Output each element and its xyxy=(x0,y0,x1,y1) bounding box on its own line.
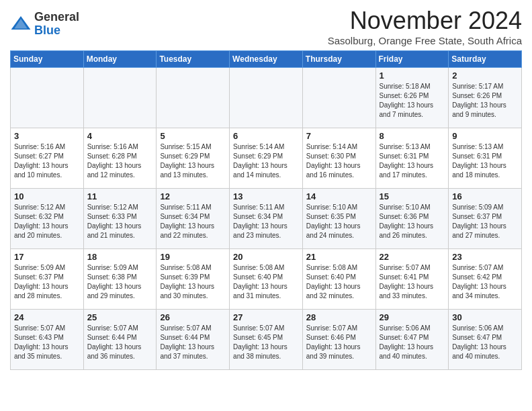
day-info: Sunrise: 5:10 AM Sunset: 6:35 PM Dayligh… xyxy=(306,203,372,240)
calendar-cell xyxy=(302,68,375,128)
day-info: Sunrise: 5:09 AM Sunset: 6:37 PM Dayligh… xyxy=(14,263,80,301)
day-info: Sunrise: 5:07 AM Sunset: 6:46 PM Dayligh… xyxy=(306,324,372,361)
calendar-cell: 18Sunrise: 5:09 AM Sunset: 6:38 PM Dayli… xyxy=(83,249,157,310)
calendar-cell: 15Sunrise: 5:10 AM Sunset: 6:36 PM Dayli… xyxy=(375,189,449,249)
day-info: Sunrise: 5:11 AM Sunset: 6:34 PM Dayligh… xyxy=(160,203,226,240)
day-info: Sunrise: 5:07 AM Sunset: 6:45 PM Dayligh… xyxy=(233,324,299,361)
month-title: November 2024 xyxy=(328,7,522,35)
day-number: 21 xyxy=(306,252,372,262)
day-info: Sunrise: 5:18 AM Sunset: 6:26 PM Dayligh… xyxy=(380,82,445,120)
day-info: Sunrise: 5:06 AM Sunset: 6:47 PM Dayligh… xyxy=(452,324,518,361)
day-info: Sunrise: 5:08 AM Sunset: 6:40 PM Dayligh… xyxy=(306,263,372,301)
day-info: Sunrise: 5:07 AM Sunset: 6:44 PM Dayligh… xyxy=(160,324,226,361)
page: General Blue November 2024 Sasolburg, Or… xyxy=(0,0,532,377)
calendar-cell: 13Sunrise: 5:11 AM Sunset: 6:34 PM Dayli… xyxy=(230,189,303,249)
calendar-cell xyxy=(83,68,157,128)
day-number: 16 xyxy=(452,191,518,201)
calendar-cell: 22Sunrise: 5:07 AM Sunset: 6:41 PM Dayli… xyxy=(375,249,449,310)
calendar-cell: 28Sunrise: 5:07 AM Sunset: 6:46 PM Dayli… xyxy=(302,310,375,370)
title-block: November 2024 Sasolburg, Orange Free Sta… xyxy=(328,7,522,46)
calendar-cell xyxy=(11,68,84,128)
day-info: Sunrise: 5:08 AM Sunset: 6:40 PM Dayligh… xyxy=(233,263,299,301)
calendar-cell: 5Sunrise: 5:15 AM Sunset: 6:29 PM Daylig… xyxy=(157,128,230,189)
calendar-cell: 11Sunrise: 5:12 AM Sunset: 6:33 PM Dayli… xyxy=(83,189,157,249)
day-number: 15 xyxy=(380,191,445,201)
calendar-week-row: 24Sunrise: 5:07 AM Sunset: 6:43 PM Dayli… xyxy=(11,310,522,370)
day-number: 19 xyxy=(160,252,226,262)
calendar-cell: 14Sunrise: 5:10 AM Sunset: 6:35 PM Dayli… xyxy=(302,189,375,249)
day-number: 14 xyxy=(306,191,372,201)
day-info: Sunrise: 5:13 AM Sunset: 6:31 PM Dayligh… xyxy=(380,142,445,180)
weekday-header: Thursday xyxy=(302,51,375,68)
day-number: 25 xyxy=(87,312,153,322)
day-number: 24 xyxy=(14,312,80,322)
calendar-cell: 26Sunrise: 5:07 AM Sunset: 6:44 PM Dayli… xyxy=(157,310,230,370)
day-info: Sunrise: 5:16 AM Sunset: 6:28 PM Dayligh… xyxy=(87,142,153,180)
calendar-cell: 9Sunrise: 5:13 AM Sunset: 6:31 PM Daylig… xyxy=(449,128,522,189)
day-info: Sunrise: 5:11 AM Sunset: 6:34 PM Dayligh… xyxy=(233,203,299,240)
day-info: Sunrise: 5:16 AM Sunset: 6:27 PM Dayligh… xyxy=(14,142,80,180)
calendar-cell xyxy=(230,68,303,128)
calendar-cell: 2Sunrise: 5:17 AM Sunset: 6:26 PM Daylig… xyxy=(449,68,522,128)
day-number: 10 xyxy=(14,191,80,201)
calendar-cell: 23Sunrise: 5:07 AM Sunset: 6:42 PM Dayli… xyxy=(449,249,522,310)
day-number: 3 xyxy=(14,131,80,141)
weekday-header: Wednesday xyxy=(230,51,303,68)
calendar-cell: 1Sunrise: 5:18 AM Sunset: 6:26 PM Daylig… xyxy=(375,68,449,128)
weekday-header: Sunday xyxy=(11,51,84,68)
day-info: Sunrise: 5:13 AM Sunset: 6:31 PM Dayligh… xyxy=(452,142,518,180)
calendar-cell: 27Sunrise: 5:07 AM Sunset: 6:45 PM Dayli… xyxy=(230,310,303,370)
weekday-header: Monday xyxy=(83,51,157,68)
calendar: SundayMondayTuesdayWednesdayThursdayFrid… xyxy=(10,50,522,370)
calendar-cell: 21Sunrise: 5:08 AM Sunset: 6:40 PM Dayli… xyxy=(302,249,375,310)
calendar-cell: 7Sunrise: 5:14 AM Sunset: 6:30 PM Daylig… xyxy=(302,128,375,189)
logo-icon xyxy=(10,13,32,35)
location-subtitle: Sasolburg, Orange Free State, South Afri… xyxy=(328,35,522,46)
day-info: Sunrise: 5:09 AM Sunset: 6:38 PM Dayligh… xyxy=(87,263,153,301)
day-number: 28 xyxy=(306,312,372,322)
day-number: 9 xyxy=(452,131,518,141)
calendar-week-row: 3Sunrise: 5:16 AM Sunset: 6:27 PM Daylig… xyxy=(11,128,522,189)
day-number: 5 xyxy=(160,131,226,141)
calendar-cell: 17Sunrise: 5:09 AM Sunset: 6:37 PM Dayli… xyxy=(11,249,84,310)
day-number: 22 xyxy=(380,252,445,262)
calendar-cell xyxy=(157,68,230,128)
day-number: 26 xyxy=(160,312,226,322)
day-number: 12 xyxy=(160,191,226,201)
day-info: Sunrise: 5:14 AM Sunset: 6:30 PM Dayligh… xyxy=(306,142,372,180)
logo-blue: Blue xyxy=(34,24,60,37)
weekday-header-row: SundayMondayTuesdayWednesdayThursdayFrid… xyxy=(11,51,522,68)
day-number: 18 xyxy=(87,252,153,262)
day-number: 2 xyxy=(452,71,518,81)
calendar-cell: 30Sunrise: 5:06 AM Sunset: 6:47 PM Dayli… xyxy=(449,310,522,370)
weekday-header: Friday xyxy=(375,51,449,68)
calendar-cell: 19Sunrise: 5:08 AM Sunset: 6:39 PM Dayli… xyxy=(157,249,230,310)
day-number: 17 xyxy=(14,252,80,262)
day-info: Sunrise: 5:12 AM Sunset: 6:33 PM Dayligh… xyxy=(87,203,153,240)
day-number: 1 xyxy=(380,71,445,81)
calendar-week-row: 1Sunrise: 5:18 AM Sunset: 6:26 PM Daylig… xyxy=(11,68,522,128)
calendar-cell: 6Sunrise: 5:14 AM Sunset: 6:29 PM Daylig… xyxy=(230,128,303,189)
day-number: 20 xyxy=(233,252,299,262)
day-number: 30 xyxy=(452,312,518,322)
calendar-cell: 29Sunrise: 5:06 AM Sunset: 6:47 PM Dayli… xyxy=(375,310,449,370)
day-number: 8 xyxy=(380,131,445,141)
calendar-cell: 10Sunrise: 5:12 AM Sunset: 6:32 PM Dayli… xyxy=(11,189,84,249)
header: General Blue November 2024 Sasolburg, Or… xyxy=(10,7,522,46)
calendar-cell: 8Sunrise: 5:13 AM Sunset: 6:31 PM Daylig… xyxy=(375,128,449,189)
day-number: 23 xyxy=(452,252,518,262)
day-number: 11 xyxy=(87,191,153,201)
logo: General Blue xyxy=(10,11,79,38)
day-info: Sunrise: 5:07 AM Sunset: 6:44 PM Dayligh… xyxy=(87,324,153,361)
calendar-cell: 24Sunrise: 5:07 AM Sunset: 6:43 PM Dayli… xyxy=(11,310,84,370)
calendar-cell: 25Sunrise: 5:07 AM Sunset: 6:44 PM Dayli… xyxy=(83,310,157,370)
weekday-header: Saturday xyxy=(449,51,522,68)
weekday-header: Tuesday xyxy=(157,51,230,68)
calendar-cell: 16Sunrise: 5:09 AM Sunset: 6:37 PM Dayli… xyxy=(449,189,522,249)
day-number: 13 xyxy=(233,191,299,201)
calendar-cell: 4Sunrise: 5:16 AM Sunset: 6:28 PM Daylig… xyxy=(83,128,157,189)
logo-text: General Blue xyxy=(34,11,79,38)
day-info: Sunrise: 5:10 AM Sunset: 6:36 PM Dayligh… xyxy=(380,203,445,240)
day-info: Sunrise: 5:14 AM Sunset: 6:29 PM Dayligh… xyxy=(233,142,299,180)
calendar-cell: 20Sunrise: 5:08 AM Sunset: 6:40 PM Dayli… xyxy=(230,249,303,310)
